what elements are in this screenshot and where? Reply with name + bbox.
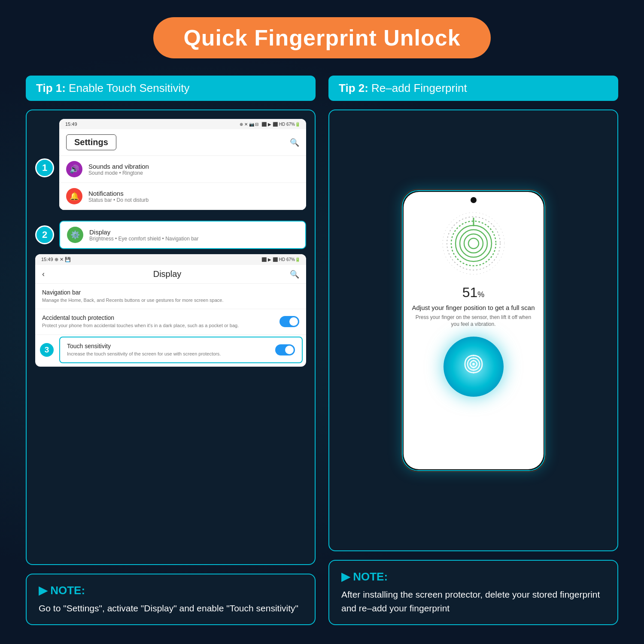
- volume-up-button: [401, 242, 401, 255]
- nav-bar-item[interactable]: Navigation bar Manage the Home, Back, an…: [35, 284, 306, 309]
- accidental-touch-toggle[interactable]: [279, 316, 299, 327]
- right-note-body: After installing the screen protector, d…: [341, 588, 605, 615]
- svg-point-1: [464, 234, 483, 253]
- fingerprint-svg: [439, 209, 508, 278]
- left-column: Tip 1: Enable Touch Sensitivity 1 15:49: [26, 76, 316, 625]
- back-icon[interactable]: ‹: [42, 270, 45, 279]
- main-columns: Tip 1: Enable Touch Sensitivity 1 15:49: [26, 76, 618, 625]
- fp-icon-svg: [461, 351, 486, 377]
- settings-header: Settings 🔍: [59, 129, 306, 156]
- right-content: 51% Adjust your finger position to get a…: [328, 109, 618, 551]
- sound-icon: 🔊: [66, 161, 82, 177]
- accidental-touch-item[interactable]: Accidental touch protection Protect your…: [35, 309, 306, 334]
- left-note-title: ▶ NOTE:: [39, 584, 303, 597]
- tip1-header: Tip 1: Enable Touch Sensitivity: [26, 76, 316, 101]
- fingerprint-icon: [461, 351, 486, 383]
- step1-circle: 1: [35, 158, 54, 177]
- svg-point-3: [456, 225, 492, 261]
- tip1-label: Tip 1:: [36, 82, 66, 94]
- settings-item-notif: 🔔 Notifications Status bar • Do not dist…: [59, 183, 306, 210]
- notif-icon: 🔔: [66, 188, 82, 204]
- step3-circle: 3: [39, 342, 55, 358]
- notif-title: Notifications: [88, 190, 149, 197]
- search-icon[interactable]: 🔍: [290, 138, 299, 147]
- page-title: Quick Fingerprint Unlock: [183, 25, 460, 50]
- scan-percent: 51%: [462, 285, 485, 301]
- right-column: Tip 2: Re–add Fingerprint: [328, 76, 618, 625]
- svg-point-8: [472, 363, 475, 365]
- left-content: 1 15:49 ⊕ ✕ 📷 ⊟ ⬛ ▶ ⬛ HD 67%🔋: [26, 109, 316, 565]
- settings-item-sound: 🔊 Sounds and vibration Sound mode • Ring…: [59, 156, 306, 183]
- tip1-text: Enable Touch Sensitivity: [69, 82, 189, 94]
- tip2-text: Re–add Fingerprint: [371, 82, 467, 94]
- percent-symbol: %: [477, 290, 484, 299]
- camera-hole: [471, 197, 477, 203]
- display-header: ‹ Display 🔍: [35, 265, 306, 284]
- header: Quick Fingerprint Unlock: [26, 17, 618, 58]
- left-note-body: Go to "Settings", activate "Display" and…: [39, 601, 303, 615]
- display-search-icon[interactable]: 🔍: [290, 270, 299, 279]
- page-container: Quick Fingerprint Unlock Tip 1: Enable T…: [0, 0, 644, 644]
- fingerprint-scan: 51% Adjust your finger position to get a…: [412, 209, 535, 397]
- status-bar-2: 15:49 ⊕ ✕ 💾 ⬛ ▶ ⬛ HD 67%🔋: [35, 254, 306, 265]
- fingerprint-touch-area[interactable]: [444, 337, 504, 397]
- display-screen-title: Display: [153, 269, 182, 279]
- nav-bar-sub: Manage the Home, Back, and Recents butto…: [42, 297, 299, 304]
- accidental-touch-sub: Protect your phone from accidental touch…: [42, 322, 276, 329]
- fingerprint-visual: [439, 209, 508, 278]
- notif-sub: Status bar • Do not disturb: [88, 197, 149, 203]
- svg-point-0: [468, 238, 479, 249]
- right-note-title: ▶ NOTE:: [341, 570, 605, 583]
- display-screen: 15:49 ⊕ ✕ 💾 ⬛ ▶ ⬛ HD 67%🔋 ‹ Display 🔍 Na…: [35, 254, 306, 367]
- touch-sensitivity-item[interactable]: Touch sensitivity Increase the touch sen…: [59, 337, 303, 363]
- step2-row: 2 ⚙️ Display Brightness • Eye comfort sh…: [35, 221, 306, 249]
- tip2-header: Tip 2: Re–add Fingerprint: [328, 76, 618, 101]
- display-setting-item: ⚙️ Display Brightness • Eye comfort shie…: [60, 222, 305, 248]
- svg-point-4: [451, 221, 496, 266]
- status-bar-1: 15:49 ⊕ ✕ 📷 ⊟ ⬛ ▶ ⬛ HD 67%🔋: [59, 119, 306, 129]
- phone-device: 51% Adjust your finger position to get a…: [401, 189, 547, 472]
- left-note: ▶ NOTE: Go to "Settings", activate "Disp…: [26, 574, 316, 626]
- scan-title: Adjust your finger position to get a ful…: [412, 304, 535, 311]
- right-note: ▶ NOTE: After installing the screen prot…: [328, 560, 618, 625]
- tip2-label: Tip 2:: [339, 82, 368, 94]
- header-badge: Quick Fingerprint Unlock: [153, 17, 490, 58]
- touch-sensitivity-sub: Increase the touch sensitivity of the sc…: [67, 351, 272, 357]
- display-sub: Brightness • Eye comfort shield • Naviga…: [89, 236, 199, 242]
- settings-screen: 15:49 ⊕ ✕ 📷 ⊟ ⬛ ▶ ⬛ HD 67%🔋 Settings 🔍: [59, 119, 306, 210]
- step1-row: 1 15:49 ⊕ ✕ 📷 ⊟ ⬛ ▶ ⬛ HD 67%🔋: [35, 119, 306, 216]
- phone-screen-content: 51% Adjust your finger position to get a…: [404, 192, 544, 469]
- step2-circle: 2: [35, 225, 54, 244]
- touch-sensitivity-title: Touch sensitivity: [67, 343, 272, 349]
- display-item-highlighted[interactable]: ⚙️ Display Brightness • Eye comfort shie…: [59, 221, 306, 249]
- power-button: [546, 250, 547, 276]
- settings-title: Settings: [66, 134, 116, 150]
- status-time: 15:49: [65, 122, 77, 127]
- touch-sensitivity-toggle[interactable]: [275, 344, 295, 355]
- status-icons2: ⬛ ▶ ⬛ HD 67%🔋: [261, 257, 300, 262]
- accidental-touch-title: Accidental touch protection: [42, 314, 276, 321]
- scan-description: Press your finger on the sensor, then li…: [412, 314, 535, 328]
- sound-sub: Sound mode • Ringtone: [88, 170, 149, 176]
- status-time2: 15:49 ⊕ ✕ 💾: [41, 257, 71, 262]
- display-title: Display: [89, 228, 199, 236]
- status-icons: ⊕ ✕ 📷 ⊟ ⬛ ▶ ⬛ HD 67%🔋: [240, 122, 300, 127]
- volume-down-button: [401, 261, 401, 283]
- sound-title: Sounds and vibration: [88, 163, 149, 170]
- nav-bar-title: Navigation bar: [42, 289, 299, 296]
- display-icon: ⚙️: [67, 227, 83, 243]
